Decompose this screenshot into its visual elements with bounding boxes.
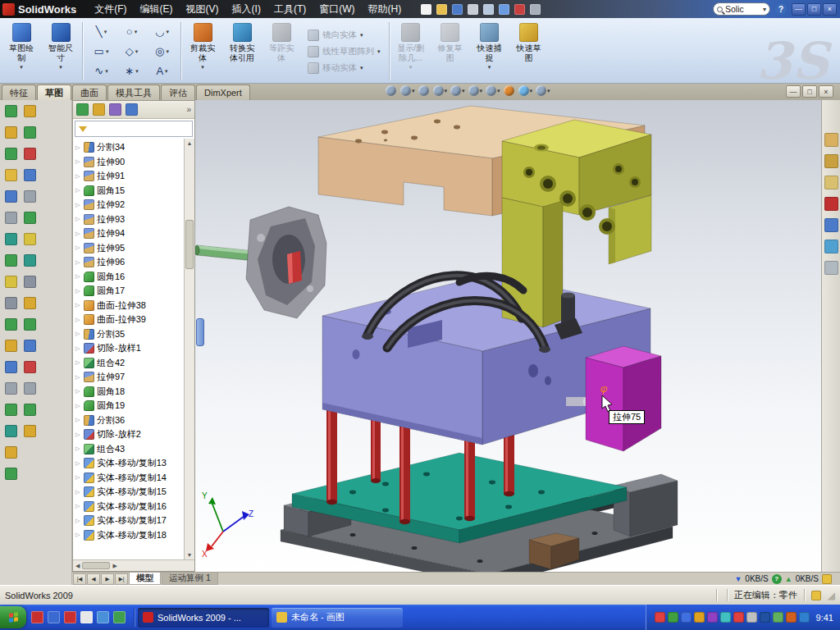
- help-menu[interactable]: 帮助(H): [362, 0, 409, 19]
- left-toolbar-icon[interactable]: [5, 425, 17, 437]
- expand-icon[interactable]: ▷: [75, 259, 81, 266]
- quick-launch-icon[interactable]: [48, 611, 60, 623]
- left-toolbar-icon[interactable]: [24, 212, 36, 224]
- left-toolbar-icon[interactable]: [5, 105, 17, 117]
- print-icon[interactable]: [468, 4, 478, 15]
- tab-surfaces[interactable]: 曲面: [72, 84, 107, 100]
- smart-dimension-button[interactable]: 智能尺 寸 ▾: [41, 20, 80, 83]
- feature-tree-item[interactable]: ▷ 拉伸94: [73, 226, 184, 241]
- left-toolbar-icon[interactable]: [24, 318, 36, 331]
- search-dropdown-icon[interactable]: ▾: [763, 6, 766, 13]
- left-toolbar-icon[interactable]: [5, 382, 17, 395]
- repair-sketch-button[interactable]: 修复草 图: [431, 20, 470, 83]
- left-toolbar-icon[interactable]: [5, 190, 17, 203]
- print-preview-icon[interactable]: [483, 4, 494, 15]
- featuremanager-tab-icon[interactable]: [76, 103, 89, 116]
- feature-tree-item[interactable]: ▷ 圆角16: [73, 270, 184, 285]
- document-minimize-button[interactable]: —: [786, 85, 801, 98]
- search-box[interactable]: Solic ▾: [713, 2, 770, 16]
- ellipse-tool-icon[interactable]: ◎ ▾: [147, 42, 177, 62]
- tray-icon[interactable]: [773, 612, 783, 623]
- left-toolbar-icon[interactable]: [24, 190, 36, 203]
- zoom-fit-icon[interactable]: [386, 85, 397, 96]
- left-toolbar-icon[interactable]: [5, 318, 17, 331]
- tree-vertical-scrollbar[interactable]: ▲ ▼: [184, 139, 194, 559]
- expand-icon[interactable]: ▷: [75, 158, 81, 165]
- window-minimize-button[interactable]: —: [792, 3, 806, 16]
- left-toolbar-icon[interactable]: [24, 297, 36, 309]
- feature-tree-item[interactable]: ▷ 实体-移动/复制18: [73, 528, 184, 543]
- spline-tool-icon[interactable]: ∿ ▾: [86, 62, 116, 81]
- tray-icon[interactable]: [720, 612, 731, 623]
- view-orientation-icon[interactable]: ▾: [450, 85, 465, 96]
- configurationmanager-tab-icon[interactable]: [109, 103, 121, 116]
- circle-tool-icon[interactable]: ○ ▾: [116, 22, 147, 42]
- scrollbar-thumb[interactable]: [185, 220, 194, 269]
- convert-entities-button[interactable]: 转换实 体引用: [222, 20, 262, 83]
- task-solidworks[interactable]: SolidWorks 2009 - ...: [138, 608, 269, 628]
- left-toolbar-icon[interactable]: [5, 468, 17, 480]
- panel-splitter[interactable]: [196, 318, 204, 346]
- expand-icon[interactable]: ▷: [75, 273, 81, 280]
- tab-scroll-button[interactable]: ◀: [87, 573, 100, 585]
- left-toolbar-icon[interactable]: [5, 446, 17, 459]
- feature-tree-item[interactable]: ▷ 拉伸95: [73, 241, 184, 256]
- quick-launch-icon[interactable]: [31, 611, 43, 623]
- expand-icon[interactable]: ▷: [75, 403, 81, 409]
- left-toolbar-icon[interactable]: [24, 404, 36, 416]
- tray-icon[interactable]: [681, 612, 692, 623]
- tray-icon[interactable]: [746, 612, 757, 623]
- search-input[interactable]: Solic: [725, 4, 763, 14]
- custom-properties-icon[interactable]: [824, 261, 838, 275]
- file-menu[interactable]: 文件(F): [88, 0, 133, 19]
- rapid-sketch-button[interactable]: 快速草 图: [509, 20, 549, 83]
- line-tool-icon[interactable]: ╲ ▾: [86, 22, 116, 42]
- expand-icon[interactable]: ▷: [75, 288, 81, 294]
- scroll-down-icon[interactable]: ▼: [187, 552, 193, 558]
- left-toolbar-icon[interactable]: [24, 169, 36, 181]
- left-toolbar-icon[interactable]: [24, 254, 36, 267]
- feature-tree-item[interactable]: ▷ 拉伸93: [73, 212, 184, 227]
- feature-tree-item[interactable]: ▷ 圆角18: [73, 385, 184, 399]
- left-toolbar-icon[interactable]: [5, 254, 17, 267]
- feature-tree-item[interactable]: ▷ 分割35: [73, 327, 184, 342]
- polygon-tool-icon[interactable]: ◇ ▾: [116, 42, 147, 62]
- quick-launch-icon[interactable]: [113, 611, 126, 623]
- tools-menu[interactable]: 工具(T): [267, 0, 313, 19]
- window-maximize-button[interactable]: □: [807, 3, 821, 16]
- tab-scroll-button[interactable]: ▶|: [115, 573, 128, 585]
- expand-icon[interactable]: ▷: [75, 532, 81, 538]
- expand-icon[interactable]: ▷: [75, 503, 81, 509]
- trim-entities-button[interactable]: 剪裁实 体 ▾: [183, 20, 222, 83]
- window-close-button[interactable]: ×: [823, 3, 837, 16]
- tab-mold-tools[interactable]: 模具工具: [107, 84, 160, 100]
- start-button[interactable]: [0, 606, 26, 628]
- tray-icon[interactable]: [733, 612, 744, 623]
- feature-tree-item[interactable]: ▷ 拉伸91: [73, 169, 184, 184]
- expand-icon[interactable]: ▷: [75, 474, 81, 481]
- expand-icon[interactable]: ▷: [75, 202, 81, 208]
- rebuild-icon[interactable]: [514, 4, 525, 15]
- home-icon[interactable]: [824, 133, 838, 147]
- help-badge-icon[interactable]: ?: [772, 574, 782, 584]
- expand-icon[interactable]: ▷: [75, 144, 81, 151]
- left-toolbar-icon[interactable]: [5, 169, 17, 181]
- quick-launch-icon[interactable]: [97, 611, 109, 623]
- edit-menu[interactable]: 编辑(E): [134, 0, 180, 19]
- tray-icon[interactable]: [694, 612, 705, 623]
- zoom-area-icon[interactable]: ▾: [400, 85, 415, 96]
- left-toolbar-icon[interactable]: [5, 276, 17, 288]
- expand-icon[interactable]: ▷: [75, 518, 81, 524]
- window-menu[interactable]: 窗口(W): [313, 0, 361, 19]
- display-style-icon[interactable]: ▾: [468, 85, 483, 96]
- feature-tree-item[interactable]: ▷ 实体-移动/复制14: [73, 471, 184, 486]
- tray-icon[interactable]: [707, 612, 718, 623]
- tray-icon[interactable]: [760, 612, 770, 623]
- dimxpert-tab-icon[interactable]: [126, 103, 138, 116]
- tab-features[interactable]: 特征: [2, 84, 36, 100]
- left-toolbar-icon[interactable]: [24, 382, 36, 395]
- tab-evaluate[interactable]: 评估: [161, 84, 195, 100]
- propertymanager-tab-icon[interactable]: [93, 103, 105, 116]
- quick-snaps-button[interactable]: 快速捕 捉 ▾: [470, 20, 509, 83]
- rectangle-tool-icon[interactable]: ▭ ▾: [86, 42, 116, 62]
